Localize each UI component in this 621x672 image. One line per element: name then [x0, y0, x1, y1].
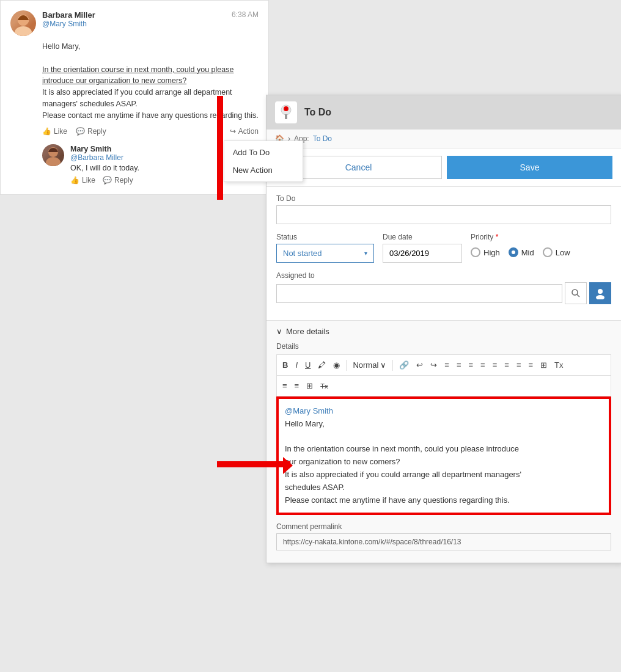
- search-button[interactable]: [565, 282, 587, 304]
- todo-breadcrumb: 🏠 › App: To Do: [266, 130, 621, 148]
- comment-like-label: Like: [82, 176, 95, 184]
- align-right-button[interactable]: ≡: [513, 359, 524, 371]
- bold-button[interactable]: B: [279, 359, 291, 371]
- editor-area[interactable]: @Mary Smith Hello Mary, In the orientati…: [277, 398, 610, 514]
- format-dropdown[interactable]: Normal ∨: [350, 359, 389, 371]
- priority-low-option[interactable]: Low: [543, 247, 570, 257]
- indent-icon: ≡: [469, 360, 474, 370]
- outdent-icon: ≡: [480, 360, 485, 370]
- svg-point-12: [596, 295, 604, 299]
- reply-button[interactable]: 💬 Reply: [76, 127, 106, 136]
- eraser-icon: ◉: [333, 360, 340, 370]
- mid-radio[interactable]: [509, 247, 518, 257]
- permalink-input[interactable]: [276, 533, 611, 550]
- ol-button[interactable]: ≡: [454, 359, 465, 371]
- underline-button[interactable]: U: [302, 359, 314, 371]
- permalink-label: Comment permalink: [276, 522, 611, 531]
- align2-center[interactable]: ≡: [292, 379, 303, 392]
- comment-author: Mary Smith: [70, 145, 111, 153]
- format-value: Normal: [353, 360, 378, 370]
- align-full-button[interactable]: ≡: [525, 359, 536, 371]
- redo-button[interactable]: ↪: [427, 359, 440, 371]
- status-select[interactable]: Not started ▾: [276, 244, 374, 263]
- high-label: High: [483, 248, 500, 257]
- ol-icon: ≡: [457, 360, 461, 370]
- align2-left-icon: ≡: [282, 381, 287, 390]
- source-icon: ⊞: [306, 381, 313, 390]
- editor-body5: Please contact me anytime if have any qu…: [285, 494, 603, 507]
- red-arrow-horizontal: [217, 461, 290, 467]
- source-button[interactable]: ⊞: [303, 379, 316, 392]
- underline-icon: U: [305, 360, 310, 370]
- indent-button[interactable]: ≡: [466, 359, 477, 371]
- editor-body3: It is also appreciated if you could arra…: [285, 469, 603, 481]
- post-line1: In the orientation course in next month,…: [42, 64, 259, 87]
- save-button[interactable]: Save: [447, 156, 612, 179]
- action-label: Action: [238, 127, 259, 136]
- more-details-toggle[interactable]: ∨ More details: [276, 327, 611, 336]
- align-center-icon: ≡: [504, 360, 509, 370]
- align-left-button[interactable]: ≡: [490, 359, 501, 371]
- clear-format-button[interactable]: Tx: [551, 359, 566, 371]
- toolbar-divider-1: [346, 360, 347, 371]
- post-author-name: Barbara Miller: [42, 10, 226, 20]
- editor-mention: @Mary Smith: [285, 405, 603, 418]
- assigned-search-input[interactable]: [276, 284, 562, 303]
- undo-icon: ↩: [416, 360, 423, 370]
- reply-icon: 💬: [76, 127, 85, 136]
- align2-left[interactable]: ≡: [279, 379, 290, 392]
- assigned-row: Assigned to: [276, 271, 611, 304]
- clearall-icon: Tx: [320, 382, 328, 390]
- duedate-input[interactable]: [383, 244, 462, 263]
- table-icon: ⊞: [540, 360, 547, 370]
- svg-point-1: [15, 26, 32, 36]
- comment-like-button[interactable]: 👍 Like: [70, 176, 95, 184]
- post-line1-text: In the orientation course in next month,…: [42, 65, 233, 86]
- todo-text-input[interactable]: [276, 205, 611, 224]
- eraser-button[interactable]: ◉: [330, 359, 343, 371]
- table-button[interactable]: ⊞: [537, 359, 550, 371]
- align2-center-icon: ≡: [295, 381, 299, 390]
- todo-header: To Do: [266, 95, 621, 130]
- action-button[interactable]: ↪ Action: [230, 127, 259, 136]
- like-label: Like: [54, 127, 67, 136]
- italic-button[interactable]: I: [292, 359, 301, 371]
- breadcrumb-link[interactable]: To Do: [313, 134, 332, 143]
- outdent-button[interactable]: ≡: [477, 359, 488, 371]
- toolbar-divider-2: [392, 360, 393, 371]
- svg-line-10: [577, 294, 579, 297]
- priority-mid-option[interactable]: Mid: [509, 247, 534, 257]
- form-row-sdp: Status Not started ▾ Due date Priority *: [276, 233, 611, 263]
- permalink-section: Comment permalink: [276, 522, 611, 550]
- high-radio[interactable]: [471, 247, 480, 257]
- highlight-button[interactable]: 🖍: [315, 359, 329, 371]
- user-select-button[interactable]: [589, 282, 611, 304]
- like-button[interactable]: 👍 Like: [42, 127, 67, 136]
- clearall-button[interactable]: Tx: [317, 381, 331, 392]
- details-section: Details B I U 🖍 ◉ Normal ∨ 🔗 ↩ ↪ ≡ ≡ ≡: [276, 342, 611, 557]
- red-arrow-tip: [283, 457, 293, 474]
- priority-high-option[interactable]: High: [471, 247, 500, 257]
- todo-field: To Do: [276, 194, 611, 224]
- new-action-item[interactable]: New Action: [224, 161, 303, 179]
- post-body: Hello Mary, In the orientation course in…: [42, 41, 259, 121]
- post-actions: 👍 Like 💬 Reply ↪ Action Add To Do New Ac…: [42, 127, 259, 136]
- priority-options: High Mid Low: [471, 244, 611, 257]
- italic-icon: I: [295, 360, 298, 370]
- add-todo-item[interactable]: Add To Do: [224, 144, 303, 161]
- align-center-button[interactable]: ≡: [501, 359, 512, 371]
- svg-point-8: [285, 108, 287, 110]
- comment-reply-button[interactable]: 💬 Reply: [103, 176, 133, 184]
- thumb-icon: 👍: [42, 127, 51, 136]
- todo-title: To Do: [304, 107, 331, 118]
- more-details-section: ∨ More details Details B I U 🖍 ◉ Normal …: [266, 320, 621, 563]
- link-button[interactable]: 🔗: [396, 359, 412, 371]
- svg-point-4: [46, 157, 61, 166]
- editor-toolbar-2: ≡ ≡ ⊞ Tx: [276, 375, 611, 396]
- align-left-icon: ≡: [493, 360, 498, 370]
- ul-button[interactable]: ≡: [441, 359, 452, 371]
- undo-button[interactable]: ↩: [413, 359, 426, 371]
- low-radio[interactable]: [543, 247, 553, 257]
- post-meta: Barbara Miller @Mary Smith: [42, 10, 226, 28]
- low-label: Low: [556, 248, 570, 257]
